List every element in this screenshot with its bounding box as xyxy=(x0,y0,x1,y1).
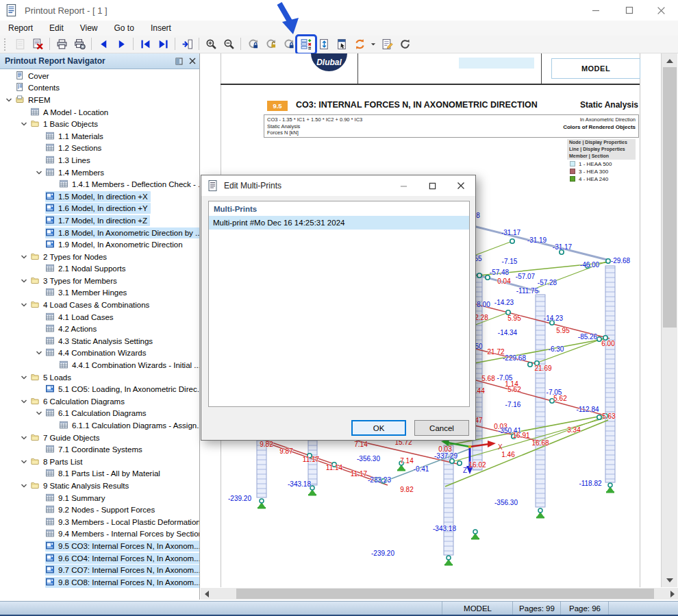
refresh-button[interactable] xyxy=(396,36,414,53)
menu-edit[interactable]: Edit xyxy=(41,22,72,34)
first-page-button[interactable] xyxy=(136,36,154,53)
nav-item[interactable]: 9.6 CO4: Internal Forces N, In Axonom... xyxy=(0,552,199,565)
nav-item[interactable]: A Model - Location xyxy=(0,106,199,119)
scroll-down-arrow[interactable] xyxy=(664,574,675,586)
nav-item[interactable]: 4.1 Load Cases xyxy=(0,311,199,323)
chevron-down-icon[interactable] xyxy=(33,169,45,176)
nav-item[interactable]: 2.1 Nodal Supports xyxy=(0,263,199,275)
previous-page-button[interactable] xyxy=(95,36,112,53)
nav-item[interactable]: Contents xyxy=(0,82,199,95)
next-page-button[interactable] xyxy=(112,36,130,53)
nav-item[interactable]: 6.1 Calculation Diagrams xyxy=(0,408,199,420)
scroll-left-arrow[interactable] xyxy=(201,588,212,600)
scroll-up-arrow[interactable] xyxy=(664,55,675,66)
multi-prints-list[interactable]: Multi-Prints Multi-print #Mo Dec 16 14:2… xyxy=(208,201,470,407)
nav-item[interactable]: RFEM xyxy=(0,94,199,106)
nav-item[interactable]: 3.1 Member Hinges xyxy=(0,287,199,299)
chevron-down-icon[interactable] xyxy=(18,398,30,405)
scroll-right-arrow[interactable] xyxy=(666,588,678,600)
page-setup-button[interactable] xyxy=(315,36,333,53)
nav-item[interactable]: 8.1 Parts List - All by Material xyxy=(0,468,199,480)
multi-print-list-item[interactable]: Multi-print #Mo Dec 16 14:25:31 2024 xyxy=(209,216,469,230)
dialog-minimize-button[interactable] xyxy=(389,175,418,196)
nav-item[interactable]: 1.8 Model, In Axonometric Direction by .… xyxy=(0,227,199,239)
selection-mode-button[interactable] xyxy=(333,36,351,53)
nav-item[interactable]: 9.4 Members - Internal Forces by Section xyxy=(0,528,199,541)
chevron-down-icon[interactable] xyxy=(18,278,30,284)
chevron-down-icon[interactable] xyxy=(33,349,45,356)
refreeze-results-button[interactable] xyxy=(279,36,297,53)
menu-insert[interactable]: Insert xyxy=(142,22,179,34)
last-page-button[interactable] xyxy=(154,36,172,53)
nav-item[interactable]: 1 Basic Objects xyxy=(0,118,199,130)
chevron-down-icon[interactable] xyxy=(18,374,30,381)
delete-pages-button[interactable] xyxy=(29,36,47,53)
nav-item[interactable]: 9.1 Summary xyxy=(0,492,199,504)
nav-item[interactable]: Cover xyxy=(0,70,199,82)
nav-item[interactable]: 1.4 Members xyxy=(0,167,199,179)
nav-item[interactable]: 6.1.1 Calculation Diagrams - Assign... xyxy=(0,419,199,432)
nav-item[interactable]: 1.9 Model, In Axonometric Direction xyxy=(0,238,199,251)
nav-item[interactable]: 9.3 Members - Local Plastic Deformation.… xyxy=(0,516,199,528)
zoom-in-button[interactable] xyxy=(202,36,220,53)
navigator-close-icon[interactable] xyxy=(186,55,199,67)
menu-go-to[interactable]: Go to xyxy=(106,22,142,34)
nav-item[interactable]: 4 Load Cases & Combinations xyxy=(0,299,199,311)
freeze-results-button[interactable] xyxy=(244,36,262,53)
nav-item[interactable]: 5 Loads xyxy=(0,371,199,384)
edit-header-button[interactable] xyxy=(378,36,396,53)
nav-item[interactable]: 8 Parts List xyxy=(0,456,199,468)
nav-item[interactable]: 1.5 Model, In direction +X xyxy=(0,190,199,203)
dialog-title-bar[interactable]: Edit Multi-Prints xyxy=(201,175,475,196)
nav-item[interactable]: 2 Types for Nodes xyxy=(0,251,199,263)
menu-view[interactable]: View xyxy=(72,22,106,34)
chevron-down-icon[interactable] xyxy=(33,410,45,417)
chevron-down-icon[interactable] xyxy=(18,254,30,260)
nav-item[interactable]: 4.4 Combination Wizards xyxy=(0,347,199,360)
chevron-down-icon[interactable] xyxy=(18,482,30,489)
nav-item[interactable]: 1.7 Model, In direction +Z xyxy=(0,214,199,227)
horizontal-scrollbar[interactable] xyxy=(201,588,678,600)
nav-item[interactable]: 1.6 Model, In direction +Y xyxy=(0,203,199,215)
nav-item[interactable]: 1.3 Lines xyxy=(0,154,199,167)
print-button[interactable] xyxy=(53,36,71,53)
nav-item[interactable]: 4.4.1 Combination Wizards - Initial ... xyxy=(0,359,199,371)
chevron-down-icon[interactable] xyxy=(18,458,30,465)
chevron-down-icon[interactable] xyxy=(18,301,30,308)
nav-item[interactable]: 9.2 Nodes - Support Forces xyxy=(0,504,199,516)
cancel-button[interactable]: Cancel xyxy=(414,420,469,436)
close-button[interactable] xyxy=(645,0,677,21)
nav-item[interactable]: 5.1 CO5: Loading, In Axonometric Direc..… xyxy=(0,383,199,395)
sync-dropdown-button[interactable] xyxy=(368,36,378,53)
toolbar-grip[interactable] xyxy=(4,38,8,51)
horizontal-scroll-thumb[interactable] xyxy=(236,589,654,599)
vertical-scroll-thumb[interactable] xyxy=(663,67,677,328)
print-preview-button[interactable] xyxy=(11,36,29,53)
unfreeze-results-button[interactable] xyxy=(262,36,279,53)
minimize-button[interactable] xyxy=(580,0,612,21)
nav-item[interactable]: 1.4.1 Members - Deflection Check - ... xyxy=(0,178,199,190)
nav-item[interactable]: 6 Calculation Diagrams xyxy=(0,395,199,408)
nav-item[interactable]: 9.8 CO8: Internal Forces N, In Axonom... xyxy=(0,576,199,589)
sync-button[interactable] xyxy=(351,36,368,53)
nav-item[interactable]: 3 Types for Members xyxy=(0,275,199,287)
nav-item[interactable]: 4.2 Actions xyxy=(0,323,199,335)
chevron-down-icon[interactable] xyxy=(18,434,30,441)
maximize-button[interactable] xyxy=(614,0,645,21)
chevron-down-icon[interactable] xyxy=(18,121,30,127)
nav-item[interactable]: 7.1 Coordinate Systems xyxy=(0,443,199,456)
nav-item[interactable]: 1.2 Sections xyxy=(0,143,199,155)
edit-multi-prints-button[interactable] xyxy=(297,36,315,53)
go-to-page-button[interactable] xyxy=(178,36,196,53)
nav-item[interactable]: 7 Guide Objects xyxy=(0,432,199,444)
nav-item[interactable]: 1.1 Materials xyxy=(0,130,199,143)
nav-item[interactable]: 9.7 CO7: Internal Forces N, In Axonom... xyxy=(0,564,199,576)
menu-report[interactable]: Report xyxy=(0,22,41,34)
zoom-out-button[interactable] xyxy=(220,36,238,53)
dialog-close-button[interactable] xyxy=(447,175,475,196)
print-options-button[interactable] xyxy=(71,36,88,53)
nav-item[interactable]: 4.3 Static Analysis Settings xyxy=(0,335,199,347)
vertical-scrollbar[interactable] xyxy=(661,53,677,587)
chevron-down-icon[interactable] xyxy=(3,97,15,103)
nav-item[interactable]: 9.5 CO3: Internal Forces N, In Axonom... xyxy=(0,540,199,552)
